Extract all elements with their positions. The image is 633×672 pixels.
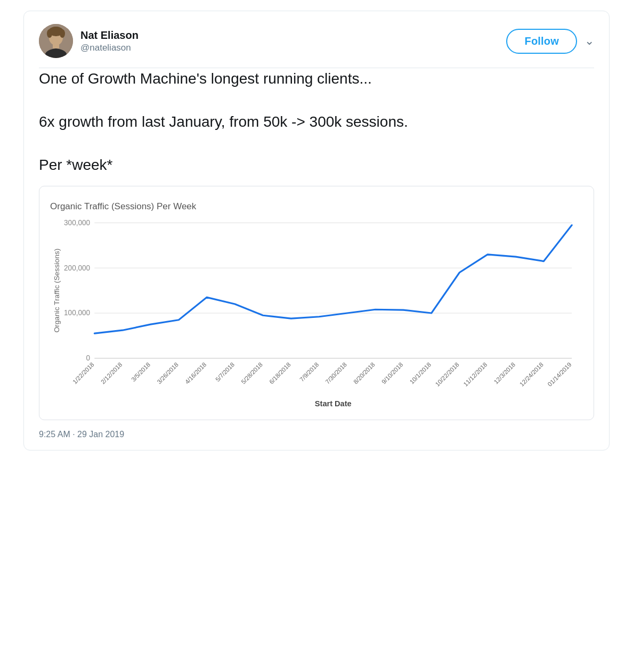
svg-text:8/20/2018: 8/20/2018 [352,361,376,385]
tweet-header: Nat Eliason @nateliason Follow ⌄ [39,24,594,58]
svg-text:4/16/2018: 4/16/2018 [184,361,207,385]
svg-text:300,000: 300,000 [64,219,90,227]
avatar [39,24,73,58]
svg-text:2/12/2018: 2/12/2018 [100,361,123,385]
tweet-header-left: Nat Eliason @nateliason [39,24,139,58]
chevron-down-icon[interactable]: ⌄ [585,34,594,48]
svg-text:100,000: 100,000 [64,309,90,317]
svg-text:12/24/2018: 12/24/2018 [518,361,545,388]
svg-text:Organic Traffic (Sessions): Organic Traffic (Sessions) [53,249,61,333]
header-right: Follow ⌄ [506,29,594,54]
svg-text:11/12/2018: 11/12/2018 [462,361,489,388]
svg-text:7/9/2018: 7/9/2018 [298,361,320,383]
chart-area: 0100,000200,000300,0001/22/20182/12/2018… [50,217,583,409]
chart-container: Organic Traffic (Sessions) Per Week 0100… [39,186,594,420]
svg-rect-3 [53,44,59,48]
svg-text:9/10/2018: 9/10/2018 [380,361,404,385]
tweet-body: One of Growth Machine's longest running … [39,68,594,420]
display-name: Nat Eliason [80,28,139,42]
tweet-text: One of Growth Machine's longest running … [39,68,594,176]
tweet-timestamp: 9:25 AM · 29 Jan 2019 [39,430,594,439]
svg-text:Start Date: Start Date [315,399,352,408]
svg-text:3/5/2018: 3/5/2018 [130,361,151,383]
svg-text:01/14/2019: 01/14/2019 [547,361,573,388]
svg-text:200,000: 200,000 [64,264,90,272]
svg-text:1/22/2018: 1/22/2018 [71,361,95,385]
svg-text:5/28/2018: 5/28/2018 [240,361,263,385]
user-info: Nat Eliason @nateliason [80,28,139,54]
svg-text:5/7/2018: 5/7/2018 [214,361,236,383]
svg-text:10/1/2018: 10/1/2018 [409,361,432,385]
svg-text:10/22/2018: 10/22/2018 [434,361,460,388]
svg-text:12/3/2018: 12/3/2018 [493,361,516,385]
chart-title: Organic Traffic (Sessions) Per Week [50,201,583,212]
tweet-card: Nat Eliason @nateliason Follow ⌄ One of … [23,11,610,450]
handle: @nateliason [80,42,139,54]
follow-button[interactable]: Follow [506,29,577,54]
svg-text:0: 0 [86,354,90,362]
svg-text:3/26/2018: 3/26/2018 [156,361,179,385]
svg-point-6 [60,29,65,38]
svg-text:6/18/2018: 6/18/2018 [268,361,291,385]
svg-text:7/30/2018: 7/30/2018 [324,361,348,385]
svg-point-5 [47,29,52,38]
